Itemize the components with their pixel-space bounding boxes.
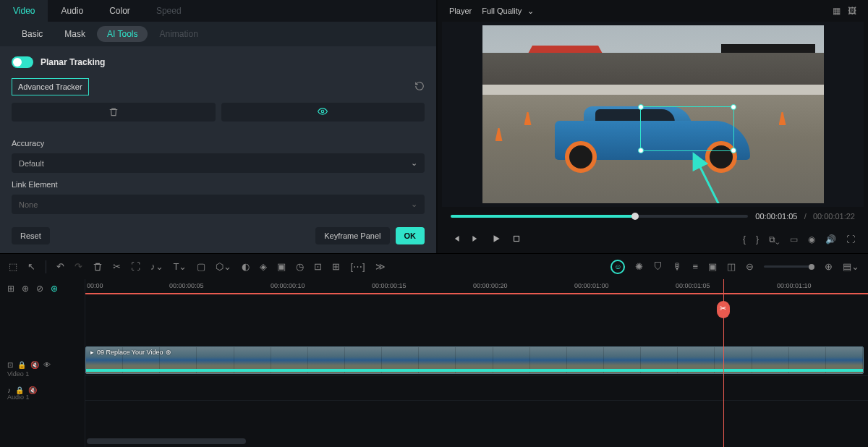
ok-button[interactable]: OK bbox=[396, 227, 425, 244]
audio-track-icon[interactable]: ♪ bbox=[7, 386, 11, 394]
planar-tracking-label: Planar Tracking bbox=[41, 57, 105, 67]
accuracy-value: Default bbox=[19, 159, 44, 168]
handle-bl[interactable] bbox=[638, 148, 644, 153]
split-icon[interactable]: ✂ bbox=[113, 261, 121, 272]
view-options-icon[interactable]: ▤⌄ bbox=[843, 261, 859, 272]
horizontal-scrollbar[interactable] bbox=[85, 438, 868, 444]
music-icon[interactable]: ♪⌄ bbox=[150, 261, 163, 272]
zoom-in-icon[interactable]: ⊕ bbox=[825, 261, 833, 272]
mark-out-icon[interactable]: } bbox=[756, 234, 759, 244]
marker-icon[interactable]: ⊡ bbox=[314, 261, 322, 272]
tracking-box[interactable] bbox=[640, 106, 734, 151]
toggle-visibility-button[interactable] bbox=[221, 103, 425, 122]
lock-icon[interactable]: 🔒 bbox=[15, 386, 24, 394]
subtab-animation[interactable]: Animation bbox=[149, 26, 208, 42]
effects-icon[interactable]: ⬡⌄ bbox=[216, 261, 231, 272]
timeline-mode-icon[interactable]: ⊞ bbox=[7, 284, 14, 294]
image-icon[interactable]: 🖼 bbox=[848, 6, 856, 16]
link-element-select[interactable]: None ⌄ bbox=[12, 195, 425, 214]
selection-tool-icon[interactable]: ⬚ bbox=[9, 261, 17, 272]
next-frame-button[interactable] bbox=[471, 234, 481, 246]
crop-icon[interactable]: ⛶ bbox=[131, 261, 140, 272]
video-track-row[interactable]: ▸ 09 Replace Your Video ⊛ bbox=[85, 344, 868, 376]
ruler-t4: 00:00:00:20 bbox=[473, 282, 508, 289]
ai-assistant-icon[interactable]: ☺ bbox=[610, 260, 625, 274]
grid-icon[interactable]: ▦ bbox=[833, 6, 841, 16]
snapshot-icon[interactable]: ◉ bbox=[808, 234, 815, 244]
clip-icon: ▸ bbox=[90, 349, 94, 356]
ruler-t5: 00:00:01:00 bbox=[574, 282, 609, 289]
mute-icon[interactable]: 🔇 bbox=[30, 361, 39, 369]
planar-tracking-toggle[interactable] bbox=[12, 56, 33, 68]
video-preview[interactable] bbox=[442, 22, 864, 207]
video-clip[interactable]: ▸ 09 Replace Your Video ⊛ bbox=[85, 346, 864, 374]
mark-in-icon[interactable]: { bbox=[743, 234, 746, 244]
more-icon[interactable]: ≫ bbox=[375, 261, 386, 272]
play-button[interactable] bbox=[491, 234, 501, 246]
track-icon[interactable]: ⊞ bbox=[332, 261, 340, 272]
quality-select[interactable]: Full Quality ⌄ bbox=[482, 7, 534, 16]
tab-speed[interactable]: Speed bbox=[143, 0, 195, 22]
delete-tracker-button[interactable] bbox=[12, 103, 216, 122]
mixer-icon[interactable]: ≡ bbox=[692, 261, 698, 272]
add-track-icon[interactable]: ⊕ bbox=[22, 284, 29, 294]
tab-video[interactable]: Video bbox=[0, 0, 48, 22]
accuracy-select[interactable]: Default ⌄ bbox=[12, 153, 425, 173]
redo-icon[interactable]: ↷ bbox=[75, 261, 82, 272]
properties-panel: Video Audio Color Speed Basic Mask AI To… bbox=[0, 0, 438, 253]
delete-icon[interactable] bbox=[93, 262, 103, 272]
scrubber[interactable] bbox=[451, 215, 748, 218]
display-icon[interactable]: ▭ bbox=[790, 234, 798, 244]
volume-icon[interactable]: 🔊 bbox=[825, 234, 836, 244]
subtab-mask[interactable]: Mask bbox=[54, 26, 95, 42]
track-labels: ⊞ ⊕ ⊘ ⊛ ⊡ 🔒 🔇 👁 Video 1 ♪ 🔒 🔇 bbox=[0, 279, 85, 447]
link-icon[interactable]: ⊘ bbox=[36, 284, 43, 294]
shield-icon[interactable]: ⛉ bbox=[653, 261, 663, 272]
ruler-t0: 00:00 bbox=[87, 282, 103, 289]
ruler-t6: 00:00:01:05 bbox=[676, 282, 710, 289]
keyframe-icon[interactable]: ◈ bbox=[260, 261, 267, 272]
subtab-ai-tools[interactable]: AI Tools bbox=[97, 26, 148, 42]
svg-point-0 bbox=[322, 110, 325, 113]
range-icon[interactable]: [⋯] bbox=[350, 261, 365, 272]
zoom-slider[interactable] bbox=[764, 265, 814, 268]
reset-button[interactable]: Reset bbox=[12, 227, 50, 244]
keyframe-panel-button[interactable]: Keyframe Panel bbox=[315, 227, 389, 244]
timeline-area[interactable]: 00:00 00:00:00:05 00:00:00:10 00:00:00:1… bbox=[85, 279, 868, 447]
handle-tl[interactable] bbox=[638, 104, 644, 110]
prev-frame-button[interactable] bbox=[451, 234, 461, 246]
zoom-out-icon[interactable]: ⊖ bbox=[746, 261, 754, 272]
magnet-icon[interactable]: ⊛ bbox=[51, 284, 58, 294]
scrubber-thumb[interactable] bbox=[631, 213, 639, 220]
audio-track-row[interactable] bbox=[85, 376, 868, 401]
arrow-tool-icon[interactable]: ↖ bbox=[27, 261, 35, 272]
video-track-icon[interactable]: ⊡ bbox=[7, 361, 13, 369]
text-icon[interactable]: T⌄ bbox=[174, 261, 187, 272]
undo-icon[interactable]: ↶ bbox=[56, 261, 64, 272]
compare-icon[interactable]: ⧉⌄ bbox=[769, 234, 780, 244]
svg-rect-3 bbox=[514, 236, 519, 241]
visibility-icon[interactable]: 👁 bbox=[43, 361, 51, 369]
frame-icon[interactable]: ◫ bbox=[727, 261, 736, 272]
handle-tr[interactable] bbox=[731, 104, 736, 110]
mic-icon[interactable]: 🎙 bbox=[673, 261, 682, 272]
speed-icon[interactable]: ◷ bbox=[296, 261, 304, 272]
chevron-down-icon: ⌄ bbox=[411, 158, 417, 168]
subtab-basic[interactable]: Basic bbox=[12, 26, 53, 42]
settings-icon[interactable]: ✺ bbox=[635, 261, 643, 272]
playhead[interactable]: ✂ bbox=[723, 279, 724, 447]
shape-icon[interactable]: ▢ bbox=[197, 261, 205, 272]
mask-tool-icon[interactable]: ▣ bbox=[277, 261, 286, 272]
fullscreen-icon[interactable]: ⛶ bbox=[846, 234, 855, 244]
color-icon[interactable]: ◐ bbox=[242, 261, 250, 272]
timeline-ruler[interactable]: 00:00 00:00:00:05 00:00:00:10 00:00:00:1… bbox=[85, 279, 868, 294]
mute-icon[interactable]: 🔇 bbox=[28, 386, 37, 394]
lock-icon[interactable]: 🔒 bbox=[17, 361, 26, 369]
reset-tracker-icon[interactable] bbox=[414, 81, 425, 93]
stop-button[interactable] bbox=[511, 234, 522, 246]
tab-color[interactable]: Color bbox=[96, 0, 143, 22]
handle-br[interactable] bbox=[731, 148, 736, 153]
pointer-arrow-icon bbox=[692, 156, 728, 203]
picture-icon[interactable]: ▣ bbox=[708, 261, 717, 272]
tab-audio[interactable]: Audio bbox=[48, 0, 96, 22]
